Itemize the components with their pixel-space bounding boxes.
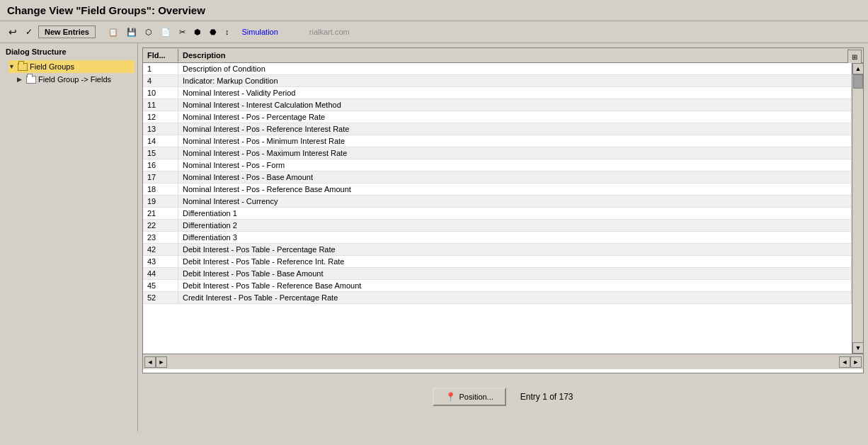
cell-fld: 4 (143, 75, 178, 86)
cell-fld: 18 (143, 184, 178, 195)
table-header: Fld... Description ⊞ (143, 48, 863, 63)
cell-description: Credit Interest - Pos Table - Percentage… (178, 292, 852, 303)
folder-icon (17, 62, 28, 72)
tree-toggle-field-groups[interactable]: ▼ (8, 63, 16, 70)
table-row[interactable]: 22Differentiation 2 (143, 220, 852, 232)
cell-fld: 11 (143, 99, 178, 111)
table-row[interactable]: 21Differentiation 1 (143, 208, 852, 220)
cell-fld: 12 (143, 111, 178, 123)
scroll-far-left-button[interactable]: ◄ (839, 356, 850, 368)
toolbar: ↩ ✓ New Entries 📋 💾 ⬡ 📄 ✂ ⬢ ⬣ ↕ Simulati… (0, 21, 868, 43)
table-row[interactable]: 42Debit Interest - Pos Table - Percentag… (143, 244, 852, 256)
horizontal-scrollbar: ◄ ► ◄ ► (143, 354, 863, 369)
cell-fld: 52 (143, 292, 178, 303)
paste-button[interactable]: 📄 (158, 26, 173, 39)
table-row[interactable]: 1Description of Condition (143, 63, 852, 75)
position-label: Position... (459, 393, 493, 401)
table-row[interactable]: 10Nominal Interest - Validity Period (143, 87, 852, 99)
cell-fld: 15 (143, 147, 178, 159)
undo-button[interactable]: ↩ (6, 24, 20, 40)
table-row[interactable]: 12Nominal Interest - Pos - Percentage Ra… (143, 111, 852, 123)
cell-description: Nominal Interest - Pos - Reference Base … (178, 184, 852, 195)
cell-fld: 42 (143, 244, 178, 255)
table-row[interactable]: 17Nominal Interest - Pos - Base Amount (143, 171, 852, 184)
select-button[interactable]: ↕ (222, 26, 232, 38)
column-header-description: Description (178, 49, 849, 62)
grid-icon: ⊞ (852, 53, 857, 61)
cell-description: Differentiation 1 (178, 208, 852, 219)
tree-toggle-fields[interactable]: ▶ (17, 76, 24, 83)
simulation-link[interactable]: Simulation (241, 28, 278, 36)
vertical-scrollbar[interactable]: ▲ ▼ (852, 63, 863, 354)
cell-fld: 21 (143, 208, 178, 219)
dialog-structure-title: Dialog Structure (3, 46, 135, 57)
detail-button[interactable]: 📋 (105, 26, 121, 39)
page-title: Change View "Field Groups": Overview (7, 4, 205, 16)
table-body: 1Description of Condition4Indicator: Mar… (143, 63, 852, 354)
position-icon: 📍 (445, 392, 456, 402)
cell-description: Nominal Interest - Pos - Maximum Interes… (178, 147, 852, 159)
move-button[interactable]: ⬣ (207, 26, 219, 39)
delete-button[interactable]: ✂ (176, 26, 188, 39)
sidebar-label-field-groups: Field Groups (30, 62, 74, 71)
table-row[interactable]: 45Debit Interest - Pos Table - Reference… (143, 280, 852, 292)
scroll-track (852, 74, 863, 342)
main-panel: Fld... Description ⊞ 1Description of Con… (138, 43, 868, 432)
table-row[interactable]: 19Nominal Interest - Currency (143, 196, 852, 208)
cell-description: Debit Interest - Pos Table - Reference I… (178, 256, 852, 267)
check-button[interactable]: ✓ (23, 25, 35, 39)
table-row[interactable]: 14Nominal Interest - Pos - Minimum Inter… (143, 135, 852, 147)
cell-description: Debit Interest - Pos Table - Base Amount (178, 268, 852, 279)
cell-fld: 16 (143, 159, 178, 171)
title-bar: Change View "Field Groups": Overview (0, 0, 868, 21)
cell-fld: 14 (143, 135, 178, 147)
cell-description: Debit Interest - Pos Table - Reference B… (178, 280, 852, 291)
cell-description: Description of Condition (178, 63, 852, 74)
entry-info: Entry 1 of 173 (520, 392, 573, 402)
cell-description: Indicator: Markup Condition (178, 75, 852, 86)
cell-description: Debit Interest - Pos Table - Percentage … (178, 244, 852, 255)
scroll-left-button[interactable]: ◄ (144, 356, 156, 368)
cell-fld: 43 (143, 256, 178, 267)
cell-fld: 1 (143, 63, 178, 74)
table-row[interactable]: 4Indicator: Markup Condition (143, 75, 852, 87)
cell-description: Nominal Interest - Pos - Form (178, 159, 852, 171)
scroll-right-button[interactable]: ► (156, 356, 167, 368)
table-wrapper: Fld... Description ⊞ 1Description of Con… (142, 47, 864, 373)
scroll-down-button[interactable]: ▼ (852, 342, 864, 354)
table-row[interactable]: 23Differentiation 3 (143, 232, 852, 244)
cell-fld: 22 (143, 220, 178, 231)
cell-description: Differentiation 2 (178, 220, 852, 231)
cell-description: Nominal Interest - Pos - Base Amount (178, 171, 852, 183)
cell-fld: 13 (143, 123, 178, 135)
sidebar-item-field-group-fields[interactable]: ▶ Field Group -> Fields (17, 73, 135, 86)
cell-description: Nominal Interest - Pos - Minimum Interes… (178, 135, 852, 147)
position-button[interactable]: 📍 Position... (433, 388, 506, 406)
table-row[interactable]: 44Debit Interest - Pos Table - Base Amou… (143, 268, 852, 280)
content-area: Dialog Structure ▼ Field Groups ▶ Field … (0, 43, 868, 432)
table-row[interactable]: 15Nominal Interest - Pos - Maximum Inter… (143, 147, 852, 159)
insert-button[interactable]: ⬢ (191, 26, 204, 39)
new-entries-button[interactable]: New Entries (38, 26, 96, 38)
column-header-fld: Fld... (143, 49, 178, 62)
watermark-text: rialkart.com (309, 28, 350, 36)
cell-fld: 10 (143, 87, 178, 98)
table-row[interactable]: 18Nominal Interest - Pos - Reference Bas… (143, 184, 852, 196)
cell-fld: 45 (143, 280, 178, 291)
scroll-far-right-button[interactable]: ► (850, 356, 862, 368)
table-row[interactable]: 43Debit Interest - Pos Table - Reference… (143, 256, 852, 268)
cell-description: Nominal Interest - Currency (178, 196, 852, 207)
table-row[interactable]: 52Credit Interest - Pos Table - Percenta… (143, 292, 852, 304)
scroll-up-button[interactable]: ▲ (852, 63, 864, 74)
settings-button[interactable]: ⊞ (847, 50, 862, 64)
cell-fld: 44 (143, 268, 178, 279)
scroll-thumb[interactable] (853, 74, 863, 89)
save-button[interactable]: 💾 (124, 26, 139, 39)
cell-fld: 23 (143, 232, 178, 243)
table-row[interactable]: 11Nominal Interest - Interest Calculatio… (143, 99, 852, 111)
copy-button[interactable]: ⬡ (142, 26, 155, 39)
sidebar-item-field-groups[interactable]: ▼ Field Groups (8, 60, 135, 73)
cell-description: Nominal Interest - Pos - Reference Inter… (178, 123, 852, 135)
table-row[interactable]: 16Nominal Interest - Pos - Form (143, 159, 852, 171)
table-row[interactable]: 13Nominal Interest - Pos - Reference Int… (143, 123, 852, 135)
